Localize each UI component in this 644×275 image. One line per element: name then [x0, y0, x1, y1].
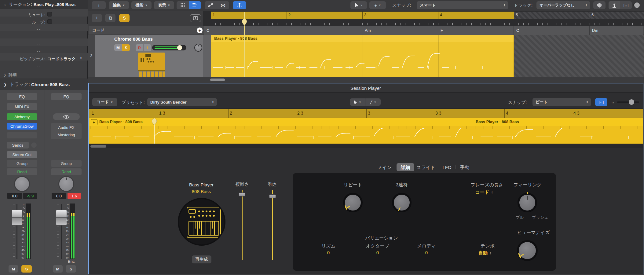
strip1-group-slot[interactable]: Group: [7, 160, 37, 167]
track-name[interactable]: Chrome 808 Bass: [114, 36, 153, 42]
strip1-eq-slot[interactable]: EQ: [7, 93, 37, 100]
region-inspector-header[interactable]: ⌄ リージョン: Bass Play...808 Bass: [0, 0, 88, 9]
edit-menu[interactable]: 編集∨: [109, 1, 129, 9]
phrase-length-value[interactable]: コード ▲▼: [475, 189, 493, 195]
melody-value[interactable]: 0: [425, 250, 428, 255]
view-menu[interactable]: 表示∨: [154, 1, 174, 9]
track-input-button[interactable]: I: [144, 44, 151, 51]
regenerate-button[interactable]: 再生成: [192, 255, 211, 263]
track-pan-knob[interactable]: [194, 44, 202, 52]
add-chord-button[interactable]: +: [197, 28, 203, 33]
strip1-midifx-slot[interactable]: MIDI FX: [7, 103, 37, 110]
strip1-chromaglow-slot[interactable]: ChromaGlow: [7, 123, 37, 130]
strip1-automation-mode[interactable]: Read: [7, 168, 37, 175]
octave-value[interactable]: 0: [376, 250, 379, 255]
loop-brush-button[interactable]: ⋈: [217, 1, 229, 9]
preset-dropdown[interactable]: Dirty South Bender ▲▼: [147, 98, 217, 106]
zoom-to-fit-button[interactable]: |↔|: [595, 98, 607, 106]
strip2-audiofx-slot[interactable]: Audio FX: [51, 124, 82, 131]
editor-pencil-tool[interactable]: ╱∨: [365, 98, 381, 106]
tab-lfo[interactable]: LFO: [442, 165, 451, 170]
editor-playhead-marker[interactable]: [152, 119, 157, 125]
track-record-button[interactable]: R: [136, 44, 143, 51]
mute-checkbox[interactable]: [47, 12, 52, 16]
triplets-knob[interactable]: [392, 193, 412, 212]
duplicate-track-button[interactable]: ⧉: [105, 14, 115, 22]
rhythm-value[interactable]: 0: [327, 250, 330, 255]
go-up-button[interactable]: ↑: [92, 1, 106, 9]
strip2-gain-value[interactable]: 1.6: [68, 193, 81, 199]
chord-cell-f[interactable]: F: [438, 26, 514, 35]
secondary-tool-menu[interactable]: +∨: [369, 1, 386, 9]
tab-details[interactable]: 詳細: [401, 165, 410, 170]
player-preset[interactable]: 808 Bass: [192, 189, 211, 194]
global-solo-button[interactable]: S: [119, 14, 130, 22]
library-panel-button[interactable]: [190, 14, 201, 22]
details-disclosure[interactable]: ❯ 詳細: [0, 71, 88, 79]
horizontal-auto-zoom-button[interactable]: |↔|: [620, 1, 632, 9]
chord-track-header[interactable]: コード: [89, 26, 203, 35]
humanize-knob[interactable]: [517, 240, 538, 261]
strip2-eq-slot[interactable]: EQ: [51, 93, 82, 100]
grid-view-button[interactable]: [177, 1, 189, 9]
editor-hzoom-handle[interactable]: [629, 99, 634, 105]
region-play-button[interactable]: ▶: [91, 119, 97, 125]
editor-scrollbar[interactable]: [89, 145, 643, 148]
strip2-group-slot[interactable]: Group: [51, 160, 82, 167]
loop-checkbox[interactable]: [47, 19, 52, 24]
feel-knob[interactable]: [518, 193, 537, 212]
strip1-gain-value[interactable]: -9.9: [23, 193, 37, 199]
strip2-mastering-slot[interactable]: Mastering: [51, 131, 82, 138]
tracks-scrollbar[interactable]: [203, 78, 644, 81]
waveform-zoom-button[interactable]: [593, 1, 606, 9]
session-chord-menu[interactable]: コード∨: [92, 98, 117, 106]
chord-cell-c1[interactable]: C: [204, 26, 362, 35]
strip2-mute-button[interactable]: M: [53, 265, 63, 273]
editor-pointer-tool[interactable]: ∨: [350, 98, 365, 106]
chord-cell-am[interactable]: Am: [362, 26, 438, 35]
functions-menu[interactable]: 機能∨: [131, 1, 152, 9]
drag-dropdown[interactable]: オーバーラップなし ▲▼: [536, 1, 590, 9]
strip1-volume-value[interactable]: 0.0: [7, 193, 22, 199]
chord-cell-dm[interactable]: Dm: [590, 26, 643, 35]
vertical-auto-zoom-button[interactable]: [609, 1, 620, 9]
editor-region[interactable]: ▶ Bass Player - 808 Bass Bass Player - 8…: [89, 118, 643, 144]
automation-button[interactable]: [205, 1, 217, 9]
chevron-right-icon[interactable]: ❯: [4, 82, 7, 87]
strip2-pan-knob[interactable]: [58, 176, 74, 192]
strip2-volume-value[interactable]: 0.0: [52, 193, 66, 199]
strip2-bypass-button[interactable]: [53, 113, 80, 120]
strip1-empty-slot[interactable]: [7, 132, 37, 138]
track-inspector-header[interactable]: ❯ トラック: Chrome 808 Bass: [0, 79, 88, 90]
strip1-output-slot[interactable]: Stereo Out: [7, 151, 37, 158]
editor-ruler[interactable]: [89, 109, 643, 118]
strip1-pan-knob[interactable]: [14, 176, 30, 192]
add-track-button[interactable]: +: [92, 14, 102, 22]
strip1-solo-button[interactable]: S: [21, 265, 32, 273]
track-volume-slider[interactable]: [152, 45, 186, 50]
complexity-slider-handle[interactable]: [239, 193, 245, 196]
pitch-source-stepper[interactable]: ▲▼: [80, 57, 82, 60]
intensity-slider-handle[interactable]: [269, 194, 276, 198]
tab-manual[interactable]: 手動: [460, 165, 469, 170]
editor-scrollbar-thumb[interactable]: [90, 145, 106, 148]
editor-hzoom-slider[interactable]: [617, 101, 639, 103]
strip2-automation-mode[interactable]: Read: [51, 168, 82, 175]
midi-region[interactable]: Bass Player - 808 Bass: [211, 35, 514, 77]
snap-dropdown[interactable]: スマート ▲▼: [417, 1, 508, 9]
tracks-scrollbar-thumb[interactable]: [210, 79, 225, 81]
chord-cell-c2[interactable]: C: [514, 26, 590, 35]
strip1-alchemy-slot[interactable]: Alchemy: [7, 113, 37, 120]
tab-slide[interactable]: スライド: [416, 165, 435, 170]
pointer-tool-menu[interactable]: ∨: [350, 1, 367, 9]
tab-main[interactable]: メイン: [378, 165, 392, 170]
strip2-solo-button[interactable]: S: [66, 265, 76, 273]
vertical-zoom-slider-handle[interactable]: [634, 2, 640, 8]
tempo-value[interactable]: 自動 ▲▼: [478, 250, 491, 256]
track-solo-button[interactable]: S: [122, 44, 130, 51]
list-view-button[interactable]: [189, 1, 201, 9]
strip1-send-knob[interactable]: [31, 142, 37, 148]
vertical-zoom-slider[interactable]: [633, 4, 639, 6]
intensity-slider[interactable]: [272, 190, 273, 260]
playhead-marker[interactable]: [242, 19, 247, 26]
